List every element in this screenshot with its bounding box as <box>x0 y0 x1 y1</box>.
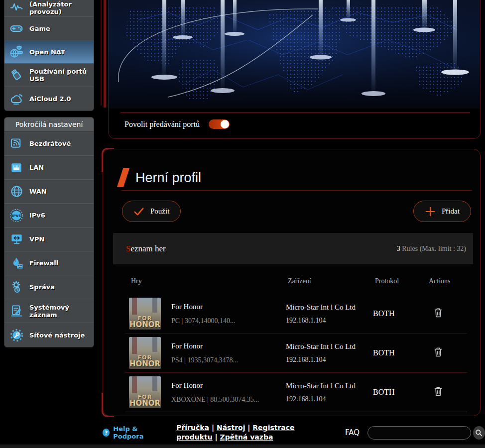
device-ip: 192.168.1.104 <box>286 317 373 325</box>
actions-cell <box>427 386 472 398</box>
device-cell: Micro-Star Int l Co Ltd 192.168.1.104 <box>286 342 373 364</box>
game-cover-text: FORHONOR <box>129 394 161 407</box>
panel-left-accent-thick <box>104 0 106 108</box>
delete-rule-button[interactable] <box>434 308 443 318</box>
sidebar-item-label: (Analyzátor provozu) <box>29 0 92 15</box>
protocol-value: BOTH <box>373 348 427 357</box>
sidebar: (Analyzátor provozu) Game Open NAT Použí… <box>4 0 94 347</box>
link-separator: | <box>209 424 217 432</box>
vpn-icon <box>8 232 25 246</box>
port-forwarding-row: Povolit předávání portů <box>109 113 480 129</box>
faq-search-button[interactable] <box>473 426 485 440</box>
table-header-row: Hry Zařízení Protokol Actions <box>125 264 467 294</box>
game-name: For Honor <box>171 342 286 350</box>
sidebar-main-block: (Analyzátor provozu) Game Open NAT Použí… <box>4 0 94 111</box>
game-name-cell: For Honor PS4 | 1935,3074,3478... <box>171 342 286 364</box>
trash-icon <box>434 347 443 357</box>
panel-title-row: Herní profil <box>103 149 480 187</box>
table-row: FORHONOR For Honor PC | 3074,14000,140..… <box>125 294 467 334</box>
sidebar-item-traffic-analyzer[interactable]: (Analyzátor provozu) <box>4 0 94 17</box>
game-platform-ports: XBOXONE | 88,500,3074,35... <box>171 396 286 404</box>
game-cover-text: FORHONOR <box>129 316 161 329</box>
sidebar-item-open-nat[interactable]: Open NAT <box>4 40 94 64</box>
sidebar-item-wireless[interactable]: Bezdrátové <box>4 132 94 156</box>
game-cover-thumbnail: FORHONOR <box>129 376 161 408</box>
sidebar-item-aicloud[interactable]: AiCloud 2.0 <box>4 87 94 111</box>
sidebar-item-ipv6[interactable]: IPV6 IPv6 <box>4 204 94 227</box>
sidebar-section-title: Pokročilá nastavení <box>4 117 94 132</box>
sidebar-item-label: VPN <box>29 235 44 243</box>
game-cover-thumbnail: FORHONOR <box>129 298 161 330</box>
delete-rule-button[interactable] <box>434 386 443 396</box>
traffic-analyzer-icon <box>8 0 25 14</box>
open-nat-icon <box>8 45 25 59</box>
ipv6-icon: IPV6 <box>8 209 25 223</box>
firewall-icon <box>8 256 25 270</box>
button-row: Použít Přidat <box>103 191 480 222</box>
add-button-label: Přidat <box>442 207 460 216</box>
check-icon <box>133 207 144 217</box>
bottom-strip <box>0 445 485 448</box>
plus-icon <box>425 206 436 217</box>
device-cell: Micro-Star Int l Co Ltd 192.168.1.104 <box>286 382 373 403</box>
sidebar-item-label: Správa <box>29 283 55 291</box>
device-ip: 192.168.1.104 <box>286 356 373 364</box>
game-name-cell: For Honor PC | 3074,14000,140... <box>171 303 286 325</box>
game-platform-ports: PS4 | 1935,3074,3478... <box>171 356 286 364</box>
faq-search-input[interactable] <box>367 426 471 440</box>
wan-icon <box>8 185 25 198</box>
link-separator: | <box>245 424 252 432</box>
system-log-icon <box>8 304 25 318</box>
sidebar-item-firewall[interactable]: Firewall <box>4 251 94 275</box>
sidebar-item-lan[interactable]: LAN <box>4 156 94 180</box>
game-rules-table: Hry Zařízení Protokol Actions FORHONOR F… <box>125 264 467 412</box>
sidebar-item-label: Firewall <box>29 259 58 267</box>
actions-cell <box>427 347 472 359</box>
device-cell: Micro-Star Int l Co Ltd 192.168.1.104 <box>286 303 373 325</box>
device-name: Micro-Star Int l Co Ltd <box>286 382 373 390</box>
router-admin-screen: (Analyzátor provozu) Game Open NAT Použí… <box>0 0 485 448</box>
sidebar-item-system-log[interactable]: Systémový záznam <box>4 299 94 323</box>
port-forwarding-panel: Povolit předávání portů <box>108 0 481 139</box>
footer-link-utility[interactable]: Nástroj <box>217 424 245 432</box>
gear-icon <box>8 280 25 294</box>
help-icon: ? <box>103 429 110 437</box>
sidebar-item-game[interactable]: Game <box>4 17 94 40</box>
add-button[interactable]: Přidat <box>413 201 471 222</box>
rules-counter: 3 Rules (Max. limit : 32) <box>397 245 466 253</box>
sidebar-item-label: IPv6 <box>29 212 45 219</box>
table-row: FORHONOR For Honor PS4 | 1935,3074,3478.… <box>125 334 467 373</box>
sidebar-item-wan[interactable]: WAN <box>4 180 94 204</box>
footer-link-manual[interactable]: Příručka <box>176 424 209 432</box>
link-separator: | <box>213 433 220 441</box>
game-list-title: Seznam her <box>126 244 166 254</box>
sidebar-advanced-block: Pokročilá nastavení Bezdrátové LAN WAN <box>4 117 94 347</box>
protocol-value: BOTH <box>373 388 427 397</box>
apply-button[interactable]: Použít <box>122 201 181 222</box>
game-name-cell: For Honor XBOXONE | 88,500,3074,35... <box>171 381 286 404</box>
sidebar-item-label: Bezdrátové <box>29 140 71 147</box>
game-cover-thumbnail: FORHONOR <box>129 337 161 369</box>
port-forwarding-label: Povolit předávání portů <box>124 120 200 129</box>
sidebar-item-network-tools[interactable]: Síťové nástroje <box>4 323 94 347</box>
footer-links: Příručka | Nástroj | Registrace produktu… <box>176 423 324 442</box>
device-name: Micro-Star Int l Co Ltd <box>286 342 373 351</box>
page-title: Herní profil <box>135 170 201 186</box>
sidebar-item-vpn[interactable]: VPN <box>4 227 94 251</box>
help-support[interactable]: ? Help & Podpora <box>103 425 164 440</box>
toggle-knob <box>221 120 229 128</box>
network-tools-icon <box>8 329 25 342</box>
wireless-icon <box>8 137 25 150</box>
delete-rule-button[interactable] <box>434 347 443 357</box>
sidebar-item-administration[interactable]: Správa <box>4 275 94 299</box>
footer: ? Help & Podpora Příručka | Nástroj | Re… <box>0 421 485 445</box>
footer-link-feedback[interactable]: Zpětná vazba <box>220 433 273 441</box>
port-forwarding-toggle[interactable] <box>209 119 230 129</box>
lan-icon <box>8 161 25 174</box>
sidebar-item-label: WAN <box>29 188 47 195</box>
aicloud-icon <box>8 92 25 106</box>
sidebar-item-usb[interactable]: Používání portů USB <box>4 64 94 87</box>
table-row: FORHONOR For Honor XBOXONE | 88,500,3074… <box>125 373 467 412</box>
game-icon <box>8 21 25 35</box>
game-list-header-bar: Seznam her 3 Rules (Max. limit : 32) <box>113 233 473 264</box>
